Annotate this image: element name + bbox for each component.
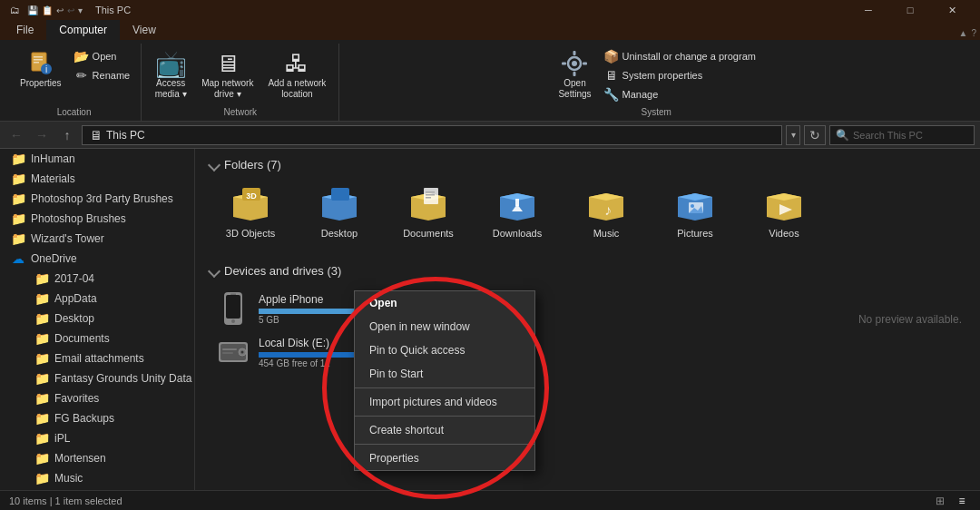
sidebar-item-ipl[interactable]: 📁 iPL bbox=[0, 428, 194, 448]
sidebar-item-fantasy[interactable]: 📁 Fantasy Grounds Unity Data Directory bbox=[0, 368, 194, 388]
context-pin-quick[interactable]: Pin to Quick access bbox=[355, 338, 534, 362]
add-location-icon: 🖧 bbox=[282, 49, 311, 78]
ribbon-uninstall[interactable]: 📦 Uninstall or change a program bbox=[601, 47, 760, 65]
titlebar: 🗂 💾📋↩↩▾ This PC ─ □ ✕ bbox=[0, 0, 980, 20]
svg-rect-23 bbox=[426, 194, 435, 196]
sidebar-label: Desktop bbox=[54, 312, 94, 325]
context-import[interactable]: Import pictures and videos bbox=[355, 390, 534, 414]
minimize-button[interactable]: ─ bbox=[848, 0, 889, 20]
folder-music[interactable]: ♪ Music bbox=[565, 182, 647, 242]
ribbon-open[interactable]: 📂 Open bbox=[71, 47, 134, 65]
sidebar-item-materials[interactable]: 📁 Materials bbox=[0, 169, 194, 189]
context-separator-3 bbox=[355, 444, 534, 445]
folder-videos-label: Videos bbox=[769, 228, 799, 239]
sidebar-item-2017[interactable]: 📁 2017-04 bbox=[0, 269, 194, 289]
folder-desktop[interactable]: Desktop bbox=[299, 182, 380, 242]
close-button[interactable]: ✕ bbox=[931, 0, 973, 20]
folder-icon: 📁 bbox=[11, 191, 25, 206]
svg-rect-41 bbox=[226, 295, 240, 319]
drive-icon bbox=[217, 336, 250, 368]
folder-pictures[interactable]: Pictures bbox=[654, 182, 736, 242]
ribbon-access-media[interactable]: 📺 Accessmedia ▾ bbox=[149, 47, 192, 102]
sidebar-item-email[interactable]: 📁 Email attachments bbox=[0, 348, 194, 368]
folder-downloads[interactable]: Downloads bbox=[476, 182, 558, 242]
address-path: This PC bbox=[106, 129, 145, 142]
ribbon-system-props[interactable]: 🖥 System properties bbox=[601, 66, 760, 84]
drives-section-header: Devices and drives (3) bbox=[210, 264, 965, 278]
up-button[interactable]: ↑ bbox=[56, 124, 78, 146]
drive-iphone[interactable]: Apple iPhone 5 GB bbox=[210, 289, 965, 329]
sidebar-item-music[interactable]: 📁 Music bbox=[0, 468, 194, 488]
svg-rect-18 bbox=[331, 188, 349, 201]
ribbon-help[interactable]: ? bbox=[971, 28, 976, 38]
refresh-button[interactable]: ↻ bbox=[804, 125, 826, 145]
sidebar-label: Email attachments bbox=[54, 352, 144, 365]
properties-label: Properties bbox=[20, 78, 62, 89]
context-open[interactable]: Open bbox=[355, 291, 534, 315]
sidebar-item-wizardstower[interactable]: 📁 Wizard's Tower bbox=[0, 229, 194, 249]
tab-view[interactable]: View bbox=[120, 20, 169, 40]
ribbon-manage[interactable]: 🔧 Manage bbox=[601, 85, 760, 103]
ribbon-rename[interactable]: ✏ Rename bbox=[71, 66, 134, 84]
folder-videos-icon bbox=[765, 186, 803, 226]
folder-icon: 📁 bbox=[34, 391, 49, 406]
forward-button[interactable]: → bbox=[31, 124, 53, 146]
context-open-new-window[interactable]: Open in new window bbox=[355, 315, 534, 338]
folder-icon: 📁 bbox=[34, 271, 49, 286]
sidebar-item-onedrive[interactable]: ☁ OneDrive bbox=[0, 249, 194, 269]
context-properties[interactable]: Properties bbox=[355, 446, 534, 470]
sidebar-item-documents[interactable]: 📁 Documents bbox=[0, 329, 194, 348]
sidebar-item-mortensen[interactable]: 📁 Mortensen bbox=[0, 448, 194, 468]
ribbon-group-system: OpenSettings 📦 Uninstall or change a pro… bbox=[339, 44, 973, 121]
sidebar-item-inhuman[interactable]: 📁 InHuman bbox=[0, 149, 194, 169]
pc-icon: 🖥 bbox=[90, 128, 103, 142]
sidebar-label: 2017-04 bbox=[54, 272, 94, 285]
folder-icon: 📁 bbox=[34, 451, 49, 466]
folder-3d-objects[interactable]: 3D 3D Objects bbox=[210, 182, 291, 242]
address-dropdown[interactable]: ▾ bbox=[786, 125, 800, 145]
view-list-button[interactable]: ≡ bbox=[953, 494, 971, 508]
context-shortcut[interactable]: Create shortcut bbox=[355, 418, 534, 442]
maximize-button[interactable]: □ bbox=[889, 0, 931, 20]
ribbon-settings[interactable]: OpenSettings bbox=[553, 47, 596, 102]
uninstall-icon: 📦 bbox=[604, 49, 619, 64]
svg-rect-43 bbox=[230, 294, 236, 296]
sidebar-item-appdata[interactable]: 📁 AppData bbox=[0, 289, 194, 309]
addressbar: ← → ↑ 🖥 This PC ▾ ↻ 🔍 Search This PC bbox=[0, 122, 980, 149]
folder-icon: 📁 bbox=[11, 172, 25, 186]
context-pin-start[interactable]: Pin to Start bbox=[355, 362, 534, 386]
folder-icon: 📁 bbox=[34, 291, 49, 306]
drives-section: Apple iPhone 5 GB bbox=[210, 289, 965, 372]
titlebar-left: 🗂 💾📋↩↩▾ This PC bbox=[7, 3, 131, 17]
view-grid-button[interactable]: ⊞ bbox=[931, 494, 949, 508]
search-box[interactable]: 🔍 Search This PC bbox=[829, 125, 975, 145]
manage-icon: 🔧 bbox=[604, 87, 619, 102]
folders-section-header: Folders (7) bbox=[210, 158, 965, 172]
ribbon-collapse[interactable]: ▲ bbox=[959, 28, 968, 38]
access-media-label: Accessmedia ▾ bbox=[155, 78, 187, 100]
tab-computer[interactable]: Computer bbox=[46, 20, 120, 40]
ribbon-properties[interactable]: i Properties bbox=[15, 47, 67, 91]
sidebar-item-psbrushes[interactable]: 📁 Photoshop Brushes bbox=[0, 209, 194, 229]
sidebar-item-ps3rd[interactable]: 📁 Photoshop 3rd Party Brushes bbox=[0, 189, 194, 209]
sidebar-item-papers[interactable]: 📁 Papers bbox=[0, 488, 194, 490]
ribbon-map-drive[interactable]: 🖥 Map networkdrive ▾ bbox=[196, 47, 259, 102]
folder-icon: 📁 bbox=[34, 371, 49, 386]
folder-music-label: Music bbox=[593, 228, 620, 239]
address-box[interactable]: 🖥 This PC bbox=[82, 125, 782, 145]
sidebar-item-fgbackups[interactable]: 📁 FG Backups bbox=[0, 408, 194, 428]
sidebar-item-desktop[interactable]: 📁 Desktop bbox=[0, 309, 194, 329]
folder-icon: 📁 bbox=[34, 411, 49, 426]
tab-file[interactable]: File bbox=[4, 20, 46, 40]
folder-documents[interactable]: Documents bbox=[387, 182, 469, 242]
drive-localdisk[interactable]: Local Disk (E:) 454 GB free of 1.. bbox=[210, 332, 965, 372]
svg-text:3D: 3D bbox=[246, 191, 257, 201]
folder-videos[interactable]: Videos bbox=[743, 182, 825, 242]
svg-point-42 bbox=[231, 319, 235, 323]
sidebar-item-favorites[interactable]: 📁 Favorites bbox=[0, 388, 194, 408]
back-button[interactable]: ← bbox=[5, 124, 27, 146]
ribbon-add-location[interactable]: 🖧 Add a networklocation bbox=[262, 47, 331, 102]
svg-point-35 bbox=[691, 204, 694, 208]
svg-rect-24 bbox=[426, 197, 431, 199]
sidebar-label: InHuman bbox=[31, 152, 75, 165]
